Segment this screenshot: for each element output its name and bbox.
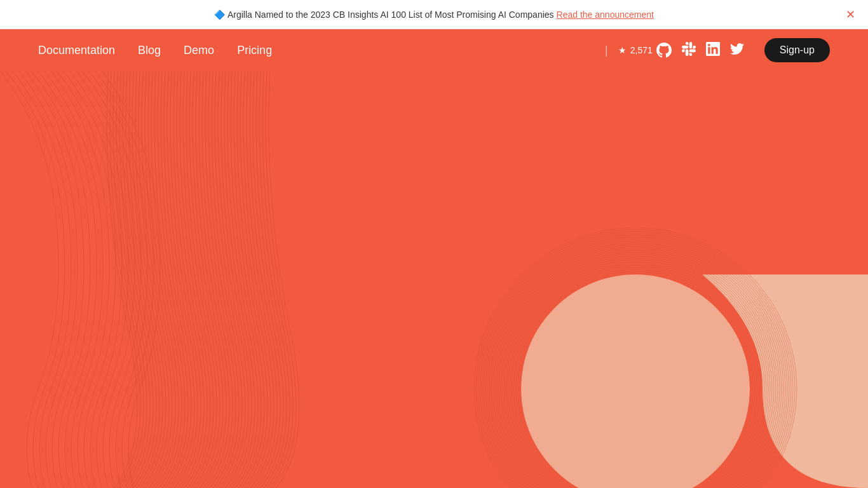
hero-section bbox=[0, 71, 868, 488]
twitter-icon bbox=[730, 42, 744, 56]
announcement-text: Argilla Named to the 2023 CB Insights AI… bbox=[227, 10, 554, 20]
nav-blog[interactable]: Blog bbox=[138, 44, 161, 57]
nav-links: Documentation Blog Demo Pricing bbox=[38, 44, 605, 57]
nav-divider: | bbox=[605, 44, 608, 57]
slack-link[interactable] bbox=[682, 42, 696, 58]
navbar: Documentation Blog Demo Pricing | ★ 2,57… bbox=[0, 29, 868, 71]
linkedin-link[interactable] bbox=[706, 42, 720, 58]
hero-decorative-svg bbox=[0, 71, 868, 488]
close-button[interactable]: ✕ bbox=[846, 9, 855, 20]
announcement-link[interactable]: Read the announcement bbox=[557, 10, 654, 20]
github-star-count: 2,571 bbox=[630, 45, 653, 55]
nav-pricing[interactable]: Pricing bbox=[237, 44, 272, 57]
github-icon bbox=[656, 43, 672, 58]
slack-icon bbox=[682, 42, 696, 56]
twitter-link[interactable] bbox=[730, 42, 744, 58]
nav-documentation[interactable]: Documentation bbox=[38, 44, 115, 57]
star-icon: ★ bbox=[618, 45, 627, 55]
linkedin-icon bbox=[706, 42, 720, 56]
signup-button[interactable]: Sign-up bbox=[764, 38, 830, 62]
nav-demo[interactable]: Demo bbox=[184, 44, 214, 57]
announcement-bar: 🔷 Argilla Named to the 2023 CB Insights … bbox=[0, 0, 868, 29]
nav-social: | ★ 2,571 Sign-up bbox=[605, 38, 830, 62]
github-stars-link[interactable]: ★ 2,571 bbox=[618, 43, 672, 58]
announcement-emoji: 🔷 bbox=[214, 10, 225, 20]
